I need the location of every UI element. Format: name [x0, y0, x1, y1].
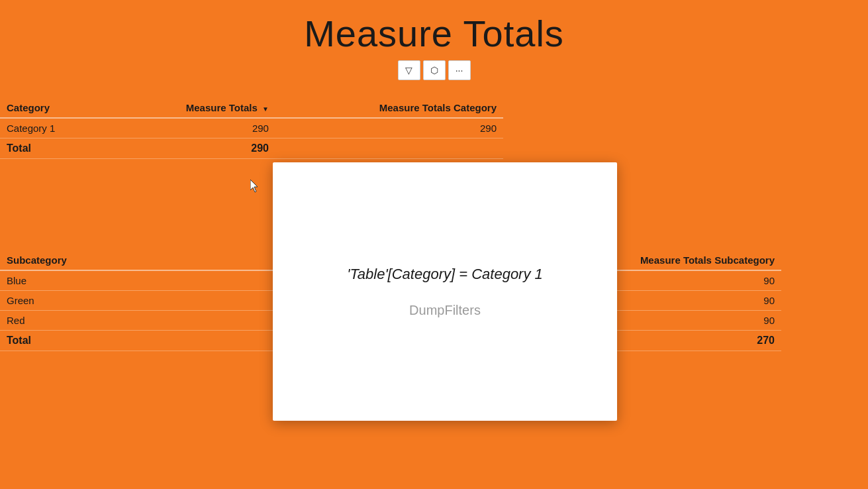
- toolbar: ▽ ⬡ ···: [0, 60, 868, 80]
- bottom-cell-sub-blue: Blue: [0, 270, 187, 291]
- top-table-header-row: Category Measure Totals ▼ Measure Totals…: [0, 98, 503, 118]
- sort-arrow-icon: ▼: [262, 105, 269, 113]
- more-button[interactable]: ···: [448, 60, 471, 80]
- top-table-row[interactable]: Category 1 290 290: [0, 118, 503, 138]
- top-cell-total-label: Total: [0, 138, 108, 159]
- bottom-cell-sub-red: Red: [0, 311, 187, 331]
- filter-icon: ▽: [405, 65, 412, 76]
- filter-button[interactable]: ▽: [398, 60, 420, 80]
- top-table-container: Category Measure Totals ▼ Measure Totals…: [0, 98, 503, 159]
- top-cell-mtc-1: 290: [275, 118, 503, 138]
- top-col-measure-totals-category: Measure Totals Category: [275, 98, 503, 118]
- tooltip-popup: 'Table'[Category] = Category 1 DumpFilte…: [273, 162, 617, 421]
- mouse-cursor: [250, 180, 262, 194]
- top-cell-total-mtc: [275, 138, 503, 159]
- top-cell-category-1: Category 1: [0, 118, 108, 138]
- top-cell-total-measure: 290: [108, 138, 275, 159]
- bottom-col-subcategory: Subcategory: [0, 250, 187, 270]
- top-table: Category Measure Totals ▼ Measure Totals…: [0, 98, 503, 159]
- export-icon: ⬡: [430, 65, 438, 76]
- top-table-total-row[interactable]: Total 290: [0, 138, 503, 159]
- top-cell-measure-totals-1: 290: [108, 118, 275, 138]
- tooltip-dump-label: DumpFilters: [409, 303, 481, 318]
- total-measure-value: 290: [251, 142, 269, 154]
- more-icon: ···: [456, 65, 463, 76]
- page-title: Measure Totals: [0, 0, 868, 55]
- top-col-category: Category: [0, 98, 108, 118]
- bottom-cell-sub-green: Green: [0, 291, 187, 311]
- tooltip-filter-expression: 'Table'[Category] = Category 1: [347, 266, 543, 283]
- export-button[interactable]: ⬡: [423, 60, 446, 80]
- bottom-cell-total-label: Total: [0, 331, 187, 351]
- top-col-measure-totals[interactable]: Measure Totals ▼: [108, 98, 275, 118]
